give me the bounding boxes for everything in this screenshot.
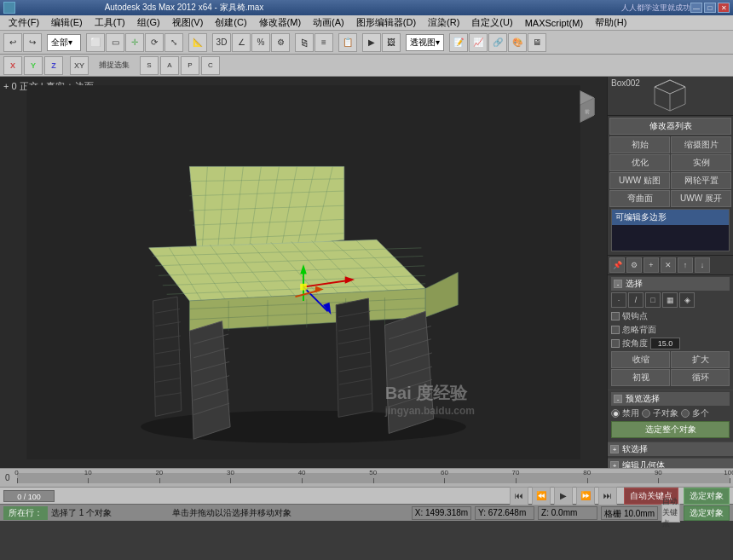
x-coord[interactable]: X: 1499.318m xyxy=(412,506,471,520)
btn-film-frame[interactable]: 缩摄图片 xyxy=(671,136,731,153)
mod-icon-config[interactable]: ⚙ xyxy=(626,257,642,273)
radio-child[interactable] xyxy=(642,409,650,418)
grid-field: 格栅 10.0mm xyxy=(601,506,658,520)
menu-view[interactable]: 视图(V) xyxy=(167,15,209,30)
angle-input[interactable] xyxy=(650,338,680,349)
mirror-tool[interactable]: ⧎ xyxy=(295,33,314,52)
selected-btn[interactable]: 选定对象 xyxy=(684,488,730,505)
btn-wheel-flat[interactable]: 网轮平置 xyxy=(671,172,731,189)
percent-snap[interactable]: % xyxy=(251,33,270,52)
align-tool[interactable]: ≡ xyxy=(315,33,333,52)
filter-dropdown[interactable]: 全部▾ xyxy=(47,34,81,51)
menu-group[interactable]: 组(G) xyxy=(132,15,165,30)
mod-icon-pin[interactable]: 📌 xyxy=(609,257,625,273)
shrink-btn[interactable]: 收缩 xyxy=(611,351,670,368)
axis-x[interactable]: X xyxy=(3,56,22,75)
snap-btn1[interactable]: S xyxy=(140,56,159,75)
rotate-tool[interactable]: ⟳ xyxy=(145,33,164,52)
play-button[interactable]: ▶ xyxy=(554,487,573,505)
undo-button[interactable]: ↩ xyxy=(3,33,22,52)
vertex-icon[interactable]: · xyxy=(611,292,626,308)
border-icon[interactable]: □ xyxy=(645,292,661,308)
radio-multi[interactable] xyxy=(681,409,690,418)
menu-graph-editor[interactable]: 图形编辑器(D) xyxy=(351,15,421,30)
snap-btn2[interactable]: A xyxy=(160,56,179,75)
grow-btn[interactable]: 扩大 xyxy=(671,351,730,368)
edge-icon[interactable]: / xyxy=(628,292,644,308)
menu-create[interactable]: 创建(C) xyxy=(210,15,251,30)
btn-uwv-expand[interactable]: UWW 展开 xyxy=(671,190,731,207)
play-back[interactable]: ⏮ xyxy=(510,487,528,505)
select-by-name[interactable]: 📝 xyxy=(449,33,468,52)
next-frame[interactable]: ⏩ xyxy=(576,487,595,505)
z-coord[interactable]: Z: 0.0mm xyxy=(538,506,597,520)
reference-frame[interactable]: 📐 xyxy=(188,33,207,52)
preview-expand[interactable]: - xyxy=(614,395,622,403)
select-tool[interactable]: ⬜ xyxy=(86,33,105,52)
minimize-button[interactable]: — xyxy=(690,3,702,13)
menu-edit[interactable]: 编辑(E) xyxy=(46,15,88,30)
modifier-stack[interactable]: 可编辑多边形 xyxy=(611,209,730,251)
select-region[interactable]: ▭ xyxy=(106,33,124,52)
spinner-snap[interactable]: ⚙ xyxy=(271,33,290,52)
btn-clone[interactable]: 实例 xyxy=(671,154,731,171)
axis-y[interactable]: Y xyxy=(24,56,43,75)
btn-bend-face[interactable]: 弯曲面 xyxy=(609,190,670,207)
element-icon[interactable]: ◈ xyxy=(679,292,695,308)
prev-frame[interactable]: ⏪ xyxy=(532,487,551,505)
redo-button[interactable]: ↪ xyxy=(23,33,42,52)
btn-optimize[interactable]: 优化 xyxy=(609,154,670,171)
selection-expand[interactable]: - xyxy=(614,280,622,288)
play-forward[interactable]: ⏭ xyxy=(598,487,617,505)
render-frame[interactable]: 🖥 xyxy=(528,33,546,52)
schematic-view[interactable]: 🔗 xyxy=(488,33,507,52)
ignore-backface-check[interactable] xyxy=(611,326,620,334)
snap-3d[interactable]: 3D xyxy=(212,33,231,52)
ring-btn[interactable]: 初视 xyxy=(611,369,670,386)
lock-vertex-check[interactable] xyxy=(611,312,620,320)
btn-uwv-map[interactable]: UWW 贴图 xyxy=(609,172,670,189)
move-tool[interactable]: ✛ xyxy=(125,33,144,52)
by-angle-check[interactable] xyxy=(611,339,620,348)
menu-maxscript[interactable]: MAXScript(M) xyxy=(520,17,588,29)
timeline-slider[interactable]: 0 10 20 30 40 50 60 70 80 90 100 xyxy=(17,473,730,483)
y-coord[interactable]: Y: 672.648m xyxy=(475,506,534,520)
quick-render[interactable]: ▶ xyxy=(362,33,381,52)
axis-z[interactable]: Z xyxy=(44,56,63,75)
menu-custom[interactable]: 自定义(U) xyxy=(466,15,517,30)
mod-icon-delete[interactable]: ✕ xyxy=(661,257,676,273)
polygon-icon[interactable]: ▦ xyxy=(662,292,678,308)
select-whole-btn[interactable]: 选定整个对象 xyxy=(611,421,730,438)
viewport-dropdown[interactable]: 透视图▾ xyxy=(406,34,444,51)
poly-modifier[interactable]: 可编辑多边形 xyxy=(612,210,729,225)
viewport[interactable]: + 0 正交 | 真实 + 边面 顶 左 前 xyxy=(0,77,607,468)
close-button[interactable]: ✕ xyxy=(718,3,730,13)
green-bar: 所在行： xyxy=(3,506,48,520)
scale-tool[interactable]: ⤡ xyxy=(164,33,183,52)
menu-render[interactable]: 渲染(R) xyxy=(423,15,465,30)
radio-disabled[interactable] xyxy=(611,409,620,418)
layer-manager[interactable]: 📋 xyxy=(338,33,357,52)
menu-animation[interactable]: 动画(A) xyxy=(308,15,349,30)
auto-key-points[interactable]: 自动关键点 xyxy=(661,504,680,522)
curve-editor[interactable]: 📈 xyxy=(469,33,488,52)
menu-tools[interactable]: 工具(T) xyxy=(89,15,130,30)
selected-obj-btn[interactable]: 选定对象 xyxy=(684,505,730,521)
render-settings[interactable]: 🖼 xyxy=(382,33,401,52)
menu-file[interactable]: 文件(F) xyxy=(3,15,44,30)
mod-icon-add[interactable]: + xyxy=(644,257,659,273)
transform-type[interactable]: XY xyxy=(70,56,89,75)
snap-btn4[interactable]: C xyxy=(201,56,220,75)
soft-select-expand[interactable]: + xyxy=(610,445,619,453)
btn-init[interactable]: 初始 xyxy=(609,136,670,153)
snap-btn3[interactable]: P xyxy=(181,56,199,75)
material-editor[interactable]: 🎨 xyxy=(508,33,527,52)
menu-help[interactable]: 帮助(H) xyxy=(590,15,632,30)
angle-snap[interactable]: ∠ xyxy=(232,33,251,52)
maximize-button[interactable]: □ xyxy=(704,3,716,13)
menu-modifier[interactable]: 修改器(M) xyxy=(254,15,307,30)
edit-geo-expand[interactable]: + xyxy=(610,461,619,468)
loop-btn[interactable]: 循环 xyxy=(671,369,730,386)
mod-icon-move-down[interactable]: ↓ xyxy=(695,257,710,273)
mod-icon-move-up[interactable]: ↑ xyxy=(678,257,693,273)
